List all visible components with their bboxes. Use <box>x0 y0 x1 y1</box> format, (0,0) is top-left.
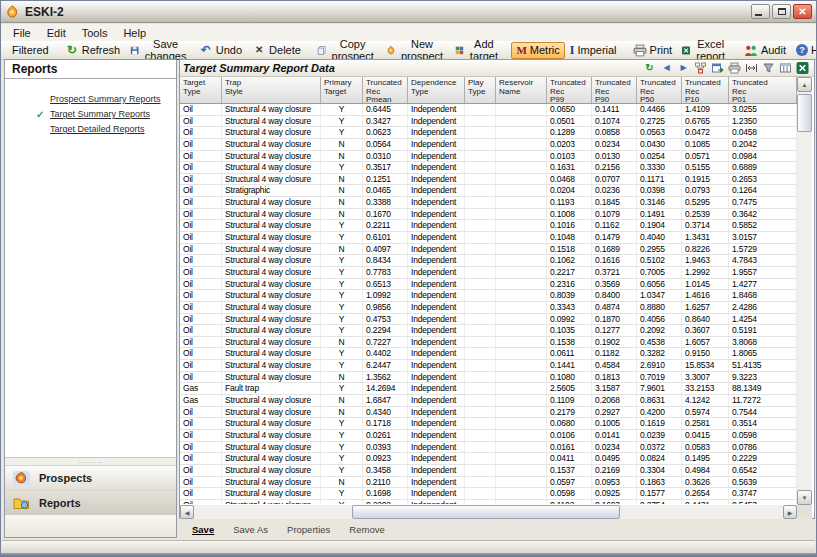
refresh-button[interactable]: ↻ Refresh <box>60 42 126 59</box>
minimize-button[interactable] <box>751 4 770 19</box>
sidebar-splitter[interactable]: ......... <box>5 457 176 465</box>
table-row[interactable]: OilStructural 4 way closureN0.0564Indepe… <box>180 139 797 151</box>
table-row[interactable]: OilStructural 4 way closureY0.7783Indepe… <box>180 267 797 279</box>
table-row[interactable]: OilStructural 4 way closureY0.1698Indepe… <box>180 488 797 500</box>
print-button[interactable]: Print <box>628 42 678 59</box>
filtered-button[interactable]: Filtered <box>7 42 54 59</box>
horizontal-scroll-thumb[interactable] <box>352 505 620 519</box>
table-row[interactable]: OilStructural 4 way closureY0.0261Indepe… <box>180 430 797 442</box>
table-row[interactable]: OilStructural 4 way closureY0.3517Indepe… <box>180 162 797 174</box>
previous-page-icon[interactable]: ◀ <box>660 62 673 74</box>
column-header-reservoir_name[interactable]: Reservoir Name <box>496 77 547 103</box>
table-row[interactable]: GasStructural 4 way closureN1.6847Indepe… <box>180 395 797 407</box>
grid-refresh-icon[interactable]: ↻ <box>643 62 656 74</box>
imperial-toggle-button[interactable]: I Imperial <box>565 42 622 59</box>
table-row[interactable]: OilStructural 4 way closureN0.4097Indepe… <box>180 244 797 256</box>
scroll-right-button[interactable]: ▶ <box>783 505 797 519</box>
column-header-dependence_type[interactable]: Dependence Type <box>408 77 465 103</box>
table-row[interactable]: OilStructural 4 way closureN0.1670Indepe… <box>180 209 797 221</box>
vertical-scrollbar[interactable]: ▲ ▼ <box>797 77 812 505</box>
tab-properties[interactable]: Properties <box>287 524 330 535</box>
column-header-primary_target[interactable]: Primary Target <box>321 77 363 103</box>
table-row[interactable]: OilStructural 4 way closureY0.1718Indepe… <box>180 418 797 430</box>
add-target-button[interactable]: Add target <box>450 42 505 59</box>
table-row[interactable]: OilStructural 4 way closureN0.7227Indepe… <box>180 337 797 349</box>
table-row[interactable]: OilStructural 4 way closureY0.2294Indepe… <box>180 325 797 337</box>
column-header-target_type[interactable]: Target Type <box>180 77 222 103</box>
copy-prospect-button[interactable]: Copy prospect <box>312 42 381 59</box>
table-row[interactable]: OilStructural 4 way closureY0.8434Indepe… <box>180 255 797 267</box>
help-button[interactable]: ? Help <box>791 42 817 59</box>
next-page-icon[interactable]: ▶ <box>677 62 690 74</box>
table-row[interactable]: OilStructural 4 way closureN0.3388Indepe… <box>180 197 797 209</box>
table-row[interactable]: OilStructural 4 way closureY0.3427Indepe… <box>180 116 797 128</box>
table-row[interactable]: OilStructural 4 way closureY0.0393Indepe… <box>180 442 797 454</box>
scroll-down-button[interactable]: ▼ <box>797 490 812 505</box>
column-header-trap_style[interactable]: Trap Style <box>222 77 321 103</box>
filter-icon[interactable] <box>762 62 775 74</box>
close-button[interactable]: ✕ <box>793 4 812 19</box>
cell-target_type: Oil <box>180 209 222 220</box>
link-target-detailed-reports[interactable]: Target Detailed Reports <box>50 124 145 134</box>
scroll-up-button[interactable]: ▲ <box>797 77 812 92</box>
maximize-button[interactable] <box>772 4 791 19</box>
cell-target_type: Oil <box>180 162 222 173</box>
table-row[interactable]: OilStructural 4 way closureN0.2110Indepe… <box>180 477 797 489</box>
tab-remove[interactable]: Remove <box>349 524 384 535</box>
column-header-rec_p01[interactable]: Truncated Rec P01 <box>729 77 797 103</box>
table-row[interactable]: OilStructural 4 way closureY0.4402Indepe… <box>180 348 797 360</box>
table-row[interactable]: OilStructural 4 way closureY0.2211Indepe… <box>180 220 797 232</box>
link-prospect-summary-reports[interactable]: Prospect Summary Reports <box>50 94 161 104</box>
table-row[interactable]: OilStructural 4 way closureY6.2447Indepe… <box>180 360 797 372</box>
menu-file[interactable]: File <box>5 26 39 40</box>
column-header-rec_p90[interactable]: Truncated Rec P90 <box>592 77 637 103</box>
scroll-left-button[interactable]: ◀ <box>180 505 194 519</box>
menu-edit[interactable]: Edit <box>39 26 74 40</box>
column-header-rec_p50[interactable]: Truncated Rec P50 <box>637 77 682 103</box>
table-row[interactable]: GasFault trapY14.2694Independent2.56053.… <box>180 383 797 395</box>
table-row[interactable]: OilStructural 4 way closureN0.0310Indepe… <box>180 151 797 163</box>
column-header-rec_p99[interactable]: Truncated Rec P99 <box>547 77 592 103</box>
vertical-scroll-thumb[interactable] <box>797 94 812 132</box>
excel-report-button[interactable]: Excel report <box>677 42 733 59</box>
table-row[interactable]: OilStructural 4 way closureY0.6101Indepe… <box>180 232 797 244</box>
nav-button-reports[interactable]: Reports <box>5 490 176 515</box>
audit-button[interactable]: Audit <box>739 42 791 59</box>
column-header-rec_pmean[interactable]: Truncated Rec Pmean <box>363 77 408 103</box>
link-target-summary-reports[interactable]: Target Summary Reports <box>50 109 150 119</box>
export-view-icon[interactable] <box>711 62 724 74</box>
table-row[interactable]: OilStructural 4 way closureY0.6445Indepe… <box>180 104 797 116</box>
cell-rec_p99: 0.1008 <box>547 209 592 220</box>
columns-icon[interactable] <box>779 62 792 74</box>
cell-rec_p01: 0.0984 <box>729 151 797 162</box>
metric-toggle-button[interactable]: M Metric <box>511 42 564 59</box>
column-header-rec_p10[interactable]: Truncated Rec P10 <box>682 77 729 103</box>
delete-button[interactable]: ✕ Delete <box>247 42 306 59</box>
table-row[interactable]: OilStructural 4 way closureN0.1251Indepe… <box>180 174 797 186</box>
nav-button-prospects[interactable]: Prospects <box>5 465 176 490</box>
table-row[interactable]: OilStructural 4 way closureY0.0623Indepe… <box>180 127 797 139</box>
grouping-icon[interactable] <box>694 62 707 74</box>
table-row[interactable]: OilStructural 4 way closureY0.3458Indepe… <box>180 465 797 477</box>
new-prospect-button[interactable]: New prospect <box>381 42 450 59</box>
table-row[interactable]: OilStructural 4 way closureY0.0923Indepe… <box>180 453 797 465</box>
tab-save[interactable]: Save <box>192 524 214 535</box>
report-links: Prospect Summary Reports ✓ Target Summar… <box>5 79 176 457</box>
save-changes-button[interactable]: Save changes <box>125 42 194 59</box>
column-header-play_type[interactable]: Play Type <box>465 77 496 103</box>
table-row[interactable]: OilStructural 4 way closureN1.3562Indepe… <box>180 372 797 384</box>
table-row[interactable]: OilStratigraphicN0.0465Independent0.0204… <box>180 185 797 197</box>
table-row[interactable]: OilStructural 4 way closureY1.0992Indepe… <box>180 290 797 302</box>
table-row[interactable]: OilStructural 4 way closureN0.4340Indepe… <box>180 407 797 419</box>
table-row[interactable]: OilStructural 4 way closureY0.4753Indepe… <box>180 314 797 326</box>
table-row[interactable]: OilStructural 4 way closureY0.9856Indepe… <box>180 302 797 314</box>
fit-width-icon[interactable] <box>745 62 758 74</box>
table-row[interactable]: OilStructural 4 way closureY0.2202Indepe… <box>180 500 797 504</box>
undo-button[interactable]: ↶ Undo <box>194 42 247 59</box>
horizontal-scrollbar[interactable]: ◀ ▶ <box>180 505 797 519</box>
menu-tools[interactable]: Tools <box>74 26 116 40</box>
excel-export-icon[interactable] <box>796 62 809 74</box>
tab-save-as[interactable]: Save As <box>233 524 268 535</box>
grid-print-icon[interactable] <box>728 62 741 74</box>
table-row[interactable]: OilStructural 4 way closureY0.6513Indepe… <box>180 279 797 291</box>
